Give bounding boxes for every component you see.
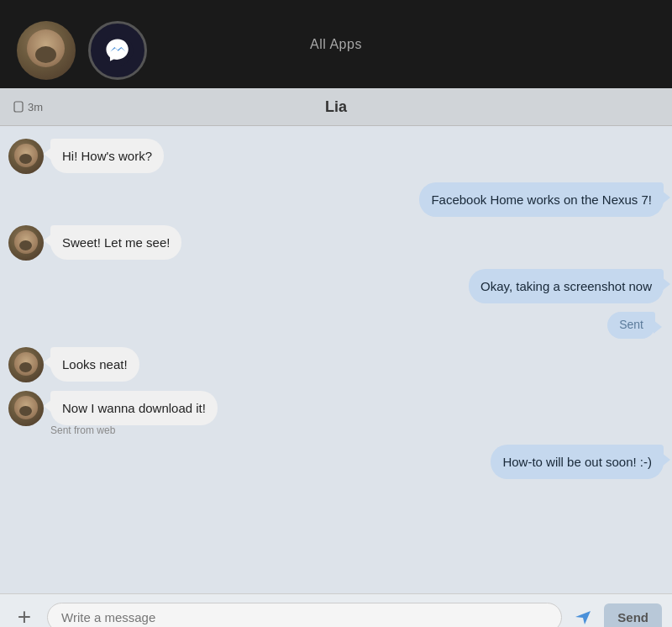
avatar: [8, 139, 44, 174]
bubble-tail: [662, 191, 670, 204]
sent-label-row: Sent: [8, 312, 664, 339]
add-button[interactable]: +: [10, 603, 39, 627]
bubble-tail: [44, 147, 52, 161]
send-button[interactable]: Send: [604, 603, 662, 628]
conv-time: 3m: [13, 101, 43, 113]
message-row: Now I wanna download it!: [8, 391, 664, 426]
message-subtext: Sent from web: [50, 424, 664, 436]
bubble-tail: [662, 453, 670, 466]
send-icon-button[interactable]: [570, 604, 596, 627]
avatar-container: [17, 21, 147, 80]
phone-icon: [13, 101, 24, 113]
conv-name: Lia: [325, 98, 347, 116]
message-bubble: Now I wanna download it!: [50, 391, 218, 425]
avatar: [8, 225, 44, 261]
messenger-avatar[interactable]: [88, 21, 147, 80]
svg-rect-1: [14, 102, 23, 112]
message-bubble: Hi! How's work?: [50, 139, 164, 173]
message-bubble: Sweet! Let me see!: [50, 225, 181, 260]
message-bubble: Facebook Home works on the Nexus 7!: [419, 182, 664, 217]
message-row: Okay, taking a screenshot now: [8, 269, 664, 303]
contact-avatar[interactable]: [17, 21, 76, 80]
message-bubble: Okay, taking a screenshot now: [469, 269, 664, 303]
bubble-tail: [44, 234, 52, 247]
bubble-tail: [44, 356, 52, 369]
message-group: Now I wanna download it! Sent from web: [8, 391, 664, 436]
message-bubble: How-to will be out soon! :-): [491, 445, 664, 479]
message-row: Hi! How's work?: [8, 139, 664, 174]
message-row: Sweet! Let me see!: [8, 225, 664, 261]
conv-header: 3m Lia: [0, 88, 672, 126]
bubble-tail: [654, 320, 662, 334]
messages-area: Hi! How's work? Facebook Home works on t…: [0, 126, 672, 593]
message-row: Facebook Home works on the Nexus 7!: [8, 182, 664, 217]
bubble-tail: [662, 277, 670, 291]
message-input[interactable]: [47, 603, 562, 628]
input-area: + Send: [0, 593, 672, 627]
avatar: [8, 347, 44, 382]
bubble-tail: [44, 399, 52, 413]
all-apps-title: All Apps: [310, 37, 362, 52]
message-bubble: Looks neat!: [50, 347, 139, 382]
top-bar: All Apps: [0, 0, 672, 88]
sent-status-bubble: Sent: [607, 312, 655, 339]
message-row: Looks neat!: [8, 347, 664, 382]
avatar: [8, 391, 44, 426]
send-arrow-icon: [574, 608, 592, 626]
message-row: How-to will be out soon! :-): [8, 445, 664, 479]
